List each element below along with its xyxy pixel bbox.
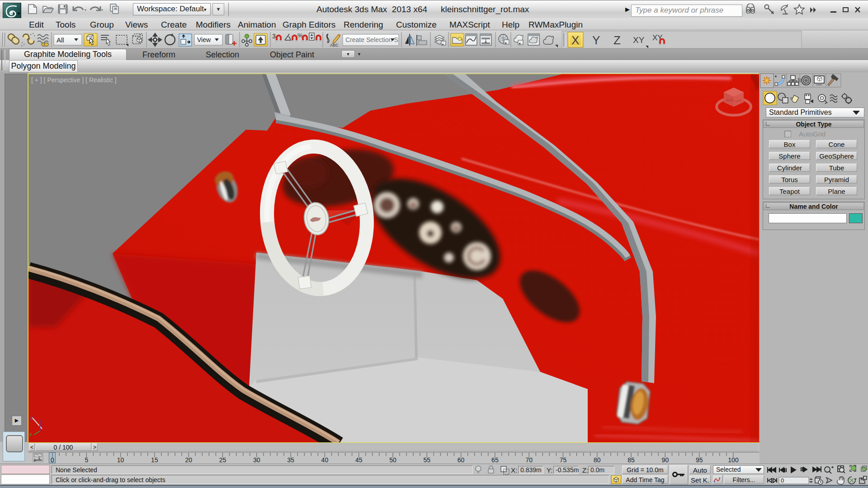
svg-text:View: View: [197, 36, 211, 43]
svg-text:X: X: [571, 33, 579, 47]
svg-text:LFT: LFT: [736, 99, 742, 103]
svg-text:40: 40: [321, 456, 329, 464]
svg-text:55: 55: [424, 456, 431, 464]
svg-text:0: 0: [51, 456, 54, 464]
svg-text:15: 15: [151, 456, 158, 464]
svg-text:70: 70: [525, 456, 533, 464]
svg-text:0: 0: [781, 477, 784, 484]
svg-text:BAC: BAC: [726, 98, 734, 102]
svg-text:80: 80: [594, 456, 601, 464]
svg-text:XY: XY: [633, 35, 645, 45]
svg-text:100: 100: [728, 456, 739, 464]
svg-text:10: 10: [117, 456, 124, 464]
svg-text:Y: Y: [592, 33, 600, 47]
svg-text:[ + ] [ Perspective ] [ Realis: [ + ] [ Perspective ] [ Realistic ]: [31, 76, 117, 84]
svg-text:Create Selection S: Create Selection S: [345, 36, 398, 43]
svg-text:y: y: [29, 431, 32, 436]
svg-text:30: 30: [253, 456, 260, 464]
svg-text:ABC: ABC: [330, 43, 339, 47]
svg-text:75: 75: [560, 456, 567, 464]
svg-text:5: 5: [85, 456, 88, 464]
svg-text:90: 90: [662, 456, 669, 464]
svg-text:85: 85: [627, 456, 635, 464]
svg-text:20: 20: [185, 456, 192, 464]
svg-text:3: 3: [272, 33, 276, 40]
svg-text:50: 50: [389, 456, 396, 464]
svg-text:Z: Z: [613, 33, 621, 47]
svg-text:45: 45: [355, 456, 363, 464]
svg-text:All: All: [57, 36, 64, 44]
svg-text:60: 60: [458, 456, 465, 464]
svg-text:65: 65: [491, 456, 499, 464]
svg-text:35: 35: [287, 456, 294, 464]
svg-text:XY: XY: [652, 33, 663, 42]
svg-text:25: 25: [219, 456, 226, 464]
svg-text:95: 95: [696, 456, 703, 464]
svg-text:z: z: [30, 415, 33, 421]
